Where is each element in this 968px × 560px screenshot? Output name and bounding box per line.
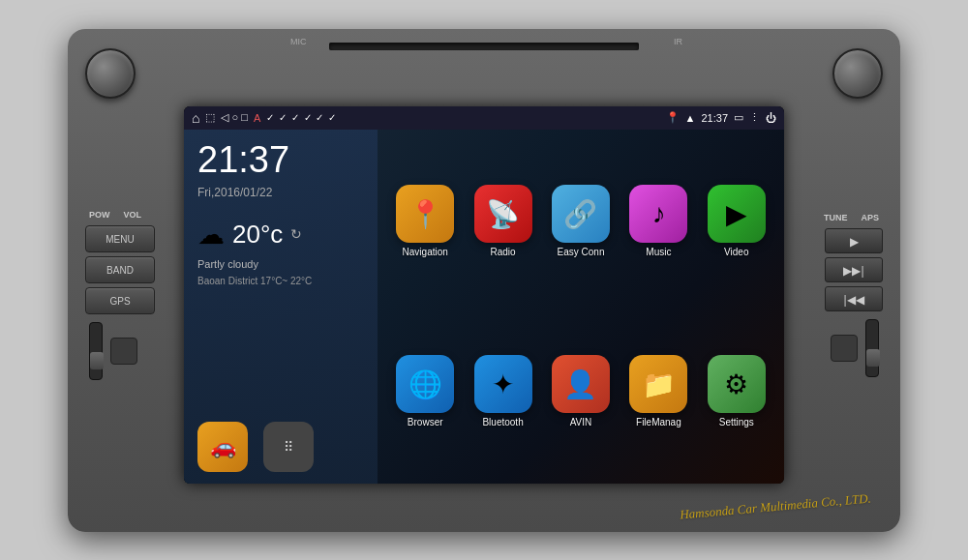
volume-slider-right[interactable] bbox=[865, 319, 879, 377]
app-label-browser: Browser bbox=[408, 417, 443, 427]
letter-a-icon: A bbox=[254, 112, 260, 124]
right-panel: TUNE APS ▶ ▶▶| |◀◀ bbox=[784, 213, 891, 377]
app-icon-bluetooth: ✦ bbox=[474, 355, 532, 413]
app-label-settings: Settings bbox=[719, 417, 754, 427]
check-icons: ✓ ✓ ✓ ✓ ✓ ✓ bbox=[266, 112, 337, 123]
location-icon: 📍 bbox=[666, 111, 680, 124]
battery-icon: ▭ bbox=[734, 111, 743, 124]
car-app-icon[interactable]: 🚗 bbox=[197, 422, 248, 472]
date-display: Fri,2016/01/22 bbox=[197, 186, 364, 199]
pow-label: POW bbox=[89, 210, 110, 220]
left-volume-knob[interactable] bbox=[85, 48, 136, 99]
ff-button[interactable]: ▶▶| bbox=[825, 257, 883, 282]
app-item-navigation[interactable]: 📍Navigation bbox=[391, 141, 459, 302]
wifi-icon: ▲ bbox=[685, 112, 696, 124]
app-icon-avin: 👤 bbox=[552, 355, 610, 413]
status-bar-left: ⌂ ⬚ ◁ ○ □ A ✓ ✓ ✓ ✓ ✓ ✓ bbox=[192, 110, 337, 126]
content-area: 21:37 Fri,2016/01/22 ☁ 20°c ↻ Partly clo… bbox=[184, 130, 784, 484]
home-icon[interactable]: ⌂ bbox=[192, 110, 199, 126]
power-icon: ⏻ bbox=[766, 112, 776, 124]
app-label-easyconn: Easy Conn bbox=[558, 247, 605, 257]
app-label-filemanag: FileManag bbox=[636, 417, 681, 427]
app-item-video[interactable]: ▶Video bbox=[703, 141, 771, 302]
app-label-radio: Radio bbox=[491, 247, 516, 257]
play-button[interactable]: ▶ bbox=[825, 228, 883, 253]
app-item-browser[interactable]: 🌐Browser bbox=[391, 311, 459, 472]
gps-small-btn[interactable] bbox=[110, 338, 137, 365]
menu-button[interactable]: MENU bbox=[85, 225, 155, 252]
weather-condition: Partly cloudy bbox=[197, 258, 364, 270]
rw-button[interactable]: |◀◀ bbox=[825, 286, 883, 311]
left-panel: POW VOL MENU BAND GPS bbox=[77, 210, 184, 380]
weather-icon: ☁ bbox=[197, 219, 225, 251]
ir-label: IR bbox=[674, 37, 682, 46]
app-icon-easyconn: 🔗 bbox=[552, 185, 610, 243]
app-item-filemanag[interactable]: 📁FileManag bbox=[624, 311, 692, 472]
right-small-btn[interactable] bbox=[831, 335, 858, 362]
app-label-bluetooth: Bluetooth bbox=[482, 417, 523, 427]
app-item-music[interactable]: ♪Music bbox=[624, 141, 692, 302]
right-tune-knob[interactable] bbox=[832, 48, 883, 99]
app-icon-radio: 📡 bbox=[474, 185, 532, 243]
app-icon-settings: ⚙ bbox=[708, 355, 766, 413]
refresh-icon[interactable]: ↻ bbox=[290, 226, 302, 242]
app-item-settings[interactable]: ⚙Settings bbox=[703, 311, 771, 472]
clock-time: 21:37 bbox=[197, 141, 364, 178]
status-bar: ⌂ ⬚ ◁ ○ □ A ✓ ✓ ✓ ✓ ✓ ✓ 📍 ▲ 21:37 ▭ ⋮ ⏻ bbox=[184, 106, 784, 130]
tune-label: TUNE bbox=[824, 213, 848, 222]
main-screen: ⌂ ⬚ ◁ ○ □ A ✓ ✓ ✓ ✓ ✓ ✓ 📍 ▲ 21:37 ▭ ⋮ ⏻ bbox=[184, 106, 784, 484]
gps-button[interactable]: GPS bbox=[85, 287, 155, 314]
weather-panel: 21:37 Fri,2016/01/22 ☁ 20°c ↻ Partly clo… bbox=[184, 130, 378, 484]
screenshot-icon: ⬚ bbox=[205, 111, 215, 124]
brand-watermark: Hamsonda Car Multimedia Co., LTD. bbox=[680, 490, 872, 522]
app-item-bluetooth[interactable]: ✦Bluetooth bbox=[469, 311, 536, 472]
app-item-avin[interactable]: 👤AVIN bbox=[547, 311, 615, 472]
app-label-video: Video bbox=[724, 247, 748, 257]
app-item-radio[interactable]: 📡Radio bbox=[469, 141, 536, 302]
app-icon-navigation: 📍 bbox=[396, 185, 454, 243]
app-label-music: Music bbox=[646, 247, 671, 257]
cd-slot bbox=[329, 43, 639, 50]
status-bar-right: 📍 ▲ 21:37 ▭ ⋮ ⏻ bbox=[666, 111, 776, 124]
nav-icon: ◁ ○ □ bbox=[221, 111, 247, 124]
app-label-avin: AVIN bbox=[570, 417, 592, 427]
temperature: 20°c bbox=[232, 220, 283, 250]
location-info: Baoan District 17°C~ 22°C bbox=[197, 276, 364, 286]
tune-aps-labels: TUNE APS bbox=[824, 213, 883, 222]
mic-label: MIC bbox=[290, 37, 307, 46]
status-time: 21:37 bbox=[701, 112, 728, 124]
pow-vol-labels: POW VOL bbox=[85, 210, 141, 220]
band-button[interactable]: BAND bbox=[85, 256, 155, 283]
vol-label: VOL bbox=[124, 210, 142, 220]
screen-content: 21:37 Fri,2016/01/22 ☁ 20°c ↻ Partly clo… bbox=[184, 130, 784, 484]
aps-label: APS bbox=[861, 213, 879, 222]
bottom-icons-row: 🚗 ⠿ bbox=[197, 410, 364, 472]
weather-row: ☁ 20°c ↻ bbox=[197, 219, 364, 251]
menu-dots[interactable]: ⋮ bbox=[749, 111, 760, 124]
apps-grid-icon[interactable]: ⠿ bbox=[263, 422, 314, 472]
app-icon-browser: 🌐 bbox=[396, 355, 454, 413]
app-label-navigation: Navigation bbox=[403, 247, 448, 257]
app-icon-filemanag: 📁 bbox=[629, 355, 687, 413]
app-grid: 📍Navigation📡Radio🔗Easy Conn♪Music▶Video🌐… bbox=[378, 130, 784, 484]
volume-slider-left[interactable] bbox=[89, 322, 103, 380]
app-icon-music: ♪ bbox=[629, 185, 687, 243]
app-item-easyconn[interactable]: 🔗Easy Conn bbox=[547, 141, 615, 302]
app-icon-video: ▶ bbox=[708, 185, 766, 243]
car-head-unit: MIC IR POW VOL MENU BAND GPS ⌂ bbox=[68, 29, 900, 532]
